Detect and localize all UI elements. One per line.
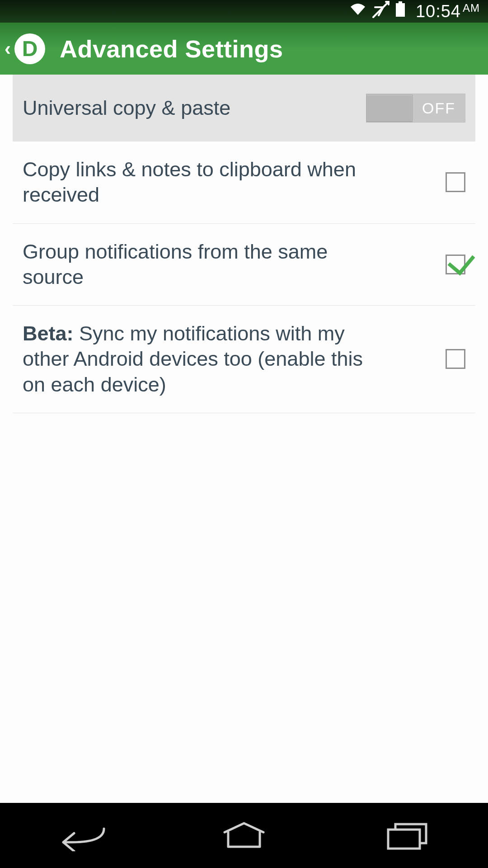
setting-copy-links[interactable]: Copy links & notes to clipboard when rec…	[13, 142, 475, 224]
setting-universal-copy[interactable]: Universal copy & paste OFF	[13, 75, 475, 142]
setting-label: Beta: Sync my notifications with my othe…	[23, 321, 366, 397]
wifi-icon	[349, 2, 367, 20]
toggle-knob	[366, 94, 413, 122]
back-icon[interactable]: ‹	[5, 38, 11, 60]
battery-icon	[395, 1, 406, 21]
action-bar: ‹ D Advanced Settings	[0, 23, 488, 75]
status-icons: 10:54AM	[349, 1, 480, 22]
settings-list: Universal copy & paste OFF Copy links & …	[0, 75, 488, 413]
nav-recent-button[interactable]	[361, 813, 452, 858]
setting-label: Universal copy & paste	[23, 95, 230, 121]
airplane-icon	[372, 1, 389, 22]
toggle-universal-copy[interactable]: OFF	[366, 94, 465, 123]
setting-label: Copy links & notes to clipboard when rec…	[23, 157, 366, 208]
setting-group-notifications[interactable]: Group notifications from the same source	[13, 224, 475, 306]
setting-label: Group notifications from the same source	[23, 239, 366, 290]
status-bar: 10:54AM	[0, 0, 488, 23]
svg-rect-2	[388, 830, 420, 849]
svg-rect-0	[396, 3, 405, 17]
nav-home-button[interactable]	[199, 813, 289, 858]
setting-beta-sync[interactable]: Beta: Sync my notifications with my othe…	[13, 306, 475, 413]
app-icon[interactable]: D	[14, 33, 45, 64]
checkbox-group-notifications[interactable]	[446, 255, 465, 274]
navigation-bar	[0, 803, 488, 868]
checkbox-copy-links[interactable]	[446, 172, 465, 192]
nav-back-button[interactable]	[36, 813, 127, 858]
status-time: 10:54AM	[416, 2, 480, 21]
svg-rect-1	[399, 1, 402, 3]
page-title: Advanced Settings	[60, 35, 283, 63]
checkbox-beta-sync[interactable]	[446, 349, 465, 369]
toggle-text: OFF	[413, 99, 465, 117]
